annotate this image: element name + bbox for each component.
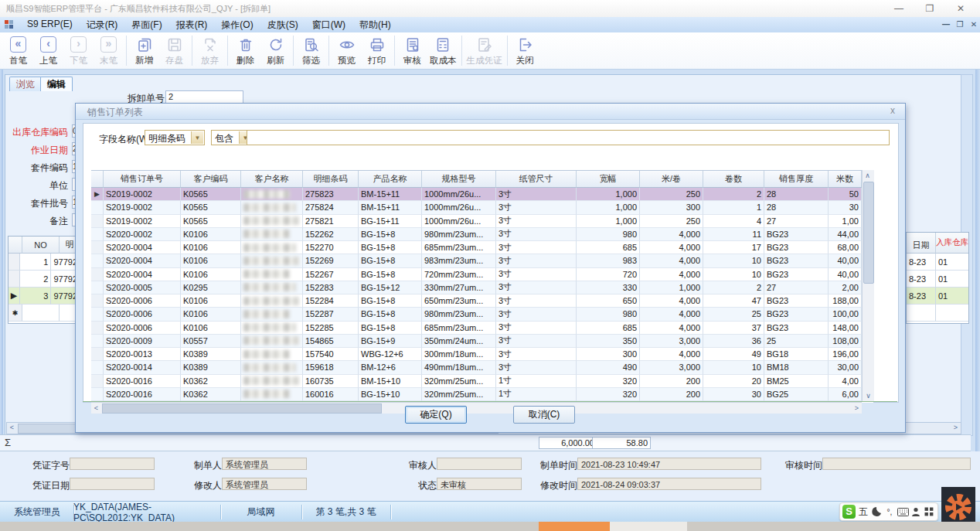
column-header-销售厚度[interactable]: 销售厚度 xyxy=(764,171,829,188)
table-row[interactable]: 8-2301 xyxy=(907,271,968,288)
punctuation-icon[interactable]: °, xyxy=(883,505,895,519)
tab-browse[interactable]: 浏览 xyxy=(9,77,42,91)
table-row[interactable]: 8-2301 xyxy=(907,288,968,305)
input-method-toolbar[interactable]: S 五 °, xyxy=(839,502,938,521)
moon-icon[interactable] xyxy=(870,505,882,519)
mdi-minimize-icon[interactable]: — xyxy=(940,19,952,30)
menu-item-4[interactable]: 操作(O) xyxy=(214,17,260,33)
row-selector[interactable] xyxy=(9,254,20,271)
filter-text-input[interactable] xyxy=(247,130,890,145)
scroll-left-icon[interactable]: < xyxy=(91,403,101,414)
table-row[interactable]: 297792 xyxy=(9,271,80,288)
row-selector[interactable]: ✱ xyxy=(9,305,22,322)
menu-item-3[interactable]: 报表(R) xyxy=(169,17,215,33)
menu-item-0[interactable]: S9 ERP(E) xyxy=(20,17,80,33)
menu-item-2[interactable]: 界面(F) xyxy=(124,17,168,33)
table-row[interactable]: S2020-0004K0106152267BG-15+8720mm/23um..… xyxy=(91,268,873,281)
table-row[interactable]: S2020-0004K0106152269BG-15+8983mm/23um..… xyxy=(91,254,873,267)
table-row[interactable]: ▶S2019-0002K0565275823BM-15+111000mm/26u… xyxy=(91,188,873,201)
row-selector[interactable] xyxy=(91,228,104,241)
table-row[interactable]: S2020-0009K0557154865BG-15+9350mm/24um..… xyxy=(91,335,873,348)
table-row[interactable]: S2020-0013K0389157540WBG-12+6300mm/18um.… xyxy=(91,348,873,361)
scroll-up-icon[interactable]: ∧ xyxy=(863,171,873,181)
row-selector[interactable] xyxy=(91,281,104,294)
toolbar-button-审核[interactable]: 审核 xyxy=(397,32,427,69)
toolbox-grid-icon[interactable] xyxy=(924,505,935,519)
toolbar-button-取成本[interactable]: 取成本 xyxy=(427,32,459,69)
menu-item-1[interactable]: 记录(R) xyxy=(80,17,125,33)
minimize-icon[interactable]: — xyxy=(887,2,910,15)
row-selector[interactable] xyxy=(91,201,104,214)
row-selector[interactable] xyxy=(91,215,104,228)
row-selector[interactable] xyxy=(91,322,104,335)
row-selector[interactable] xyxy=(91,361,104,374)
table-row[interactable]: S2020-0006K0106152287BG-15+8980mm/23um..… xyxy=(91,308,873,321)
table-row[interactable]: 8-2301 xyxy=(907,254,968,271)
table-row[interactable]: S2020-0016K0362160735BM-15+10320mm/25um.… xyxy=(91,375,873,388)
table-row[interactable]: S2020-0004K0106152270BG-15+8685mm/23um..… xyxy=(91,241,873,254)
column-header-宽幅[interactable]: 宽幅 xyxy=(577,171,640,188)
column-header-米/卷[interactable]: 米/卷 xyxy=(640,171,703,188)
dialog-title-bar[interactable]: 销售订单列表 x xyxy=(76,104,905,120)
grid-horizontal-scrollbar[interactable]: < > xyxy=(91,402,862,414)
mdi-restore-icon[interactable]: ❐ xyxy=(954,19,966,30)
row-selector[interactable] xyxy=(91,348,104,361)
column-header-客户编码[interactable]: 客户编码 xyxy=(181,171,241,188)
column-header-纸管尺寸[interactable]: 纸管尺寸 xyxy=(496,171,577,188)
column-header-规格型号[interactable]: 规格型号 xyxy=(422,171,496,188)
scrollbar-thumb[interactable] xyxy=(863,182,874,284)
column-header-产品名称[interactable]: 产品名称 xyxy=(359,171,422,188)
order-no-field[interactable]: 2 xyxy=(165,90,243,104)
row-selector[interactable] xyxy=(91,241,104,254)
row-selector[interactable]: ▶ xyxy=(9,288,20,305)
wubi-mode-icon[interactable]: 五 xyxy=(857,505,869,519)
row-selector[interactable] xyxy=(91,254,104,267)
column-header-销售订单号[interactable]: 销售订单号 xyxy=(104,171,181,188)
maximize-icon[interactable]: ❐ xyxy=(918,2,941,15)
taskbar-active-button[interactable] xyxy=(539,522,610,531)
row-selector[interactable]: ▶ xyxy=(91,188,104,201)
close-icon[interactable]: ✕ xyxy=(949,2,972,15)
row-selector[interactable] xyxy=(9,271,20,288)
dialog-close-icon[interactable]: x xyxy=(886,105,899,116)
column-header-客户名称[interactable]: 客户名称 xyxy=(241,171,303,188)
toolbar-button-筛选[interactable]: 筛选 xyxy=(296,32,326,69)
toolbar-button-打印[interactable]: 打印 xyxy=(362,32,392,69)
toolbar-button-首笔[interactable]: «首笔 xyxy=(3,32,33,69)
table-row[interactable]: ▶397792 xyxy=(9,288,80,305)
toolbar-button-关闭[interactable]: 关闭 xyxy=(510,32,540,69)
scroll-left-icon[interactable]: < xyxy=(7,423,17,433)
table-row[interactable]: 197792 xyxy=(9,254,80,271)
mdi-close-icon[interactable]: ✕ xyxy=(968,19,980,30)
row-selector[interactable] xyxy=(91,375,104,388)
toolbar-button-上笔[interactable]: ‹上笔 xyxy=(33,32,63,69)
column-header-卷数[interactable]: 卷数 xyxy=(703,171,764,188)
scroll-down-icon[interactable]: ∨ xyxy=(863,391,873,401)
cancel-button[interactable]: 取消(C) xyxy=(513,406,575,424)
table-row[interactable]: S2020-0014K0389159618BM-12+6490mm/18um..… xyxy=(91,361,873,374)
keyboard-icon[interactable] xyxy=(897,505,909,519)
column-header-米数[interactable]: 米数 xyxy=(829,171,862,188)
menu-item-7[interactable]: 帮助(H) xyxy=(352,17,398,33)
column-header-明细条码[interactable]: 明细条码 xyxy=(303,171,359,188)
toolbar-button-删除[interactable]: 删除 xyxy=(230,32,260,69)
row-selector[interactable] xyxy=(91,294,104,308)
menu-item-5[interactable]: 皮肤(S) xyxy=(260,17,305,33)
table-row[interactable]: S2019-0002K0565275824BM-15+111000mm/26u.… xyxy=(91,201,873,214)
row-selector[interactable] xyxy=(91,268,104,281)
grid-vertical-scrollbar[interactable]: ∧ ∨ xyxy=(862,170,874,402)
filter-field-select[interactable]: 明细条码 ▼ xyxy=(145,130,205,145)
sogou-logo-icon[interactable]: S xyxy=(842,505,856,519)
table-row[interactable]: S2020-0016K0362160016BG-15+10320mm/25um.… xyxy=(91,388,873,401)
taskbar-button[interactable] xyxy=(610,522,687,531)
menu-item-6[interactable]: 窗口(W) xyxy=(305,17,352,33)
table-row[interactable]: S2019-0002K0565275821BG-15+111000mm/26u.… xyxy=(91,215,873,228)
table-row[interactable]: S2020-0006K0106152284BG-15+8650mm/23um..… xyxy=(91,294,873,308)
scroll-right-icon[interactable]: > xyxy=(951,423,961,433)
toolbar-button-新增[interactable]: 新增 xyxy=(129,32,159,69)
table-row[interactable]: S2020-0005K0295152283BG-15+12330mm/27um.… xyxy=(91,281,873,294)
toolbar-button-预览[interactable]: 预览 xyxy=(332,32,362,69)
table-row[interactable]: S2020-0002K0106152262BG-15+8980mm/23um..… xyxy=(91,228,873,241)
sales-order-grid[interactable]: 销售订单号客户编码客户名称明细条码产品名称规格型号纸管尺寸宽幅米/卷卷数销售厚度… xyxy=(91,170,873,403)
row-selector[interactable] xyxy=(91,335,104,348)
